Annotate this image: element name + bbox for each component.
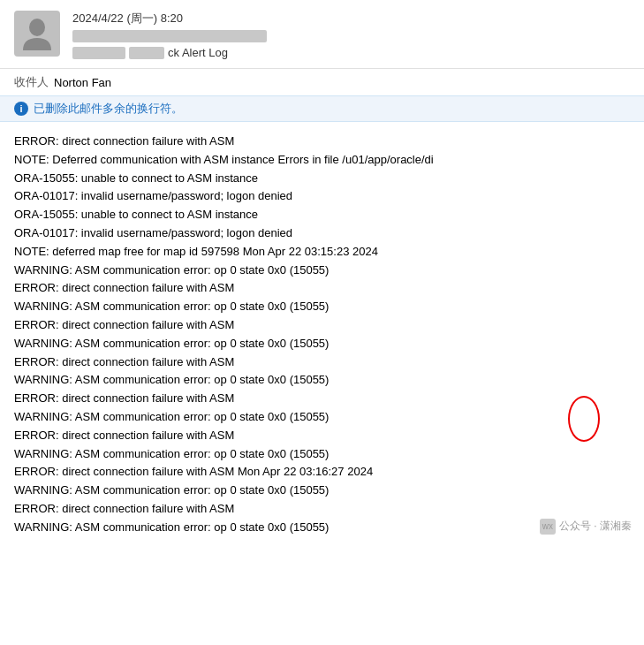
log-line: ERROR: direct connection failure with AS… [14, 316, 630, 335]
log-line: ERROR: direct connection failure with AS… [14, 390, 630, 408]
log-line: ERROR: direct connection failure with AS… [14, 279, 630, 298]
email-datetime: 2024/4/22 (周一) 8:20 [72, 11, 630, 27]
log-line: ERROR: direct connection failure with AS… [14, 500, 630, 519]
log-line: WARNING: ASM communication error: op 0 s… [14, 335, 630, 353]
log-line: NOTE: deferred map free for map id 59759… [14, 243, 630, 262]
sender-blurred [72, 30, 267, 42]
email-header: 2024/4/22 (周一) 8:20 ck Alert Log [0, 0, 644, 69]
header-meta: 2024/4/22 (周一) 8:20 ck Alert Log [72, 11, 630, 59]
log-line: WARNING: ASM communication error: op 0 s… [14, 298, 630, 316]
subject-blur-1 [72, 47, 125, 59]
log-line: WARNING: ASM communication error: op 0 s… [14, 408, 630, 427]
log-line: ERROR: direct connection failure with AS… [14, 353, 630, 372]
log-line: WARNING: ASM communication error: op 0 s… [14, 371, 630, 390]
log-line: ORA-01017: invalid username/password; lo… [14, 224, 630, 243]
log-line: NOTE: Deferred communication with ASM in… [14, 151, 630, 170]
sender-avatar [14, 11, 60, 57]
subject-row: ck Alert Log [72, 46, 630, 59]
log-line: ERROR: direct connection failure with AS… [14, 427, 630, 445]
subject-text: ck Alert Log [168, 46, 228, 59]
svg-point-0 [29, 19, 45, 36]
watermark-icon: wx [540, 519, 556, 535]
log-line: ERROR: direct connection failure with AS… [14, 133, 630, 151]
info-bar: i 已删除此邮件多余的换行符。 [0, 95, 644, 122]
log-line: WARNING: ASM communication error: op 0 s… [14, 445, 630, 464]
recipient-label: 收件人 [14, 74, 49, 90]
circle-annotation [568, 396, 600, 442]
recipient-row: 收件人 Norton Fan [0, 69, 644, 95]
body-lines: ERROR: direct connection failure with AS… [14, 133, 630, 537]
log-line: ORA-15055: unable to connect to ASM inst… [14, 170, 630, 188]
watermark-text: 公众号 · 潇湘秦 [559, 518, 632, 535]
info-icon: i [14, 102, 28, 116]
log-line: WARNING: ASM communication error: op 0 s… [14, 519, 630, 537]
log-line: ORA-01017: invalid username/password; lo… [14, 187, 630, 206]
info-message: 已删除此邮件多余的换行符。 [34, 101, 183, 117]
watermark: wx 公众号 · 潇湘秦 [540, 518, 632, 535]
log-line: WARNING: ASM communication error: op 0 s… [14, 262, 630, 280]
log-line: WARNING: ASM communication error: op 0 s… [14, 482, 630, 500]
log-line: ERROR: direct connection failure with AS… [14, 463, 630, 482]
subject-blur-2 [129, 47, 164, 59]
email-body: ERROR: direct connection failure with AS… [0, 122, 644, 548]
log-line: ORA-15055: unable to connect to ASM inst… [14, 206, 630, 224]
recipient-name: Norton Fan [54, 76, 111, 89]
